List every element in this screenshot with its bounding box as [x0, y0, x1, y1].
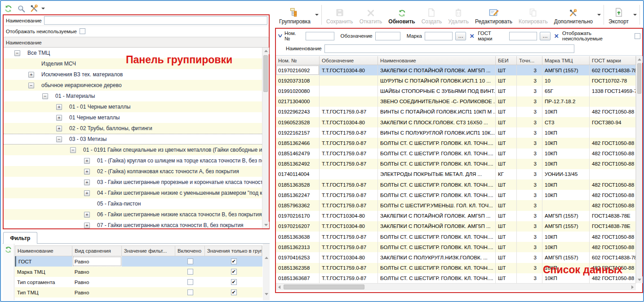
group-only-checkbox[interactable]: [231, 289, 237, 295]
scroll-right-arrow-icon[interactable]: [629, 284, 636, 290]
table-row[interactable]: 01960523528Т.Т.ГОСТ10304-80ЗАКЛЕПКИ С ПЛ…: [276, 117, 636, 127]
search-icon[interactable]: [17, 4, 25, 13]
dropdown-arrow-icon[interactable]: [314, 5, 320, 25]
tree-node[interactable]: −03 - 03 Метизы: [4, 134, 262, 144]
scroll-up-arrow-icon[interactable]: [636, 56, 643, 63]
refresh-icon[interactable]: [5, 246, 12, 253]
scroll-down-arrow-icon[interactable]: [636, 276, 643, 283]
tree-node[interactable]: −обычное иерархическое дерево: [4, 80, 262, 91]
tree-node[interactable]: +01 Черные металлы: [4, 112, 262, 123]
collapse-chevron-icon[interactable]: ˅: [278, 33, 283, 39]
group-only-checkbox[interactable]: [231, 258, 237, 264]
toolbar-button-дополнительно[interactable]: Дополнительно: [551, 3, 596, 26]
collapse-expander-icon[interactable]: −: [56, 136, 62, 142]
table-row[interactable]: 01851362313Т.Т.ГОСТ1759.0-87БОЛТЫ СТ. С …: [276, 242, 636, 252]
tools-icon[interactable]: [30, 4, 38, 13]
tree-column-header[interactable]: Наименование: [4, 37, 269, 48]
enabled-checkbox[interactable]: [187, 279, 193, 285]
gost-lookup-button[interactable]: …: [540, 32, 551, 40]
table-row[interactable]: 01851362466Т.Т.ГОСТ1759.0-87БОЛТЫ СТ. С …: [276, 138, 636, 148]
toolbar-button-создать[interactable]: Создать: [418, 3, 445, 26]
gost-filter-input[interactable]: [509, 32, 537, 40]
tree-node[interactable]: +02 - (Гайка) колпачковая класс точности…: [4, 166, 262, 177]
filter-row[interactable]: Марка ТМЦРавно: [15, 267, 262, 277]
expand-expander-icon[interactable]: +: [56, 115, 62, 121]
tree-node[interactable]: +06 - Гайки шестигранные низкие класса т…: [4, 209, 262, 220]
grid-show-unused-checkbox[interactable]: [635, 33, 640, 39]
collapse-expander-icon[interactable]: −: [28, 83, 34, 88]
table-row[interactable]: 01922162157Т.Т.ГОСТ1759.0-87ВИНТЫ С ПОЛУ…: [276, 127, 636, 138]
filter-comparison-cell[interactable]: Равно: [72, 267, 122, 277]
dropdown-arrow-icon[interactable]: [632, 5, 638, 25]
filter-column-header[interactable]: Включено: [175, 246, 205, 256]
filter-row[interactable]: Тип ТМЦРавно: [15, 287, 262, 298]
expand-expander-icon[interactable]: +: [84, 212, 90, 218]
table-row[interactable]: 01851363638Т.Т.ГОСТ1759.0-87БОЛТЫ СТ. С …: [276, 232, 636, 242]
enabled-checkbox[interactable]: [187, 269, 193, 275]
toolbar-button-удалить[interactable]: Удалить: [445, 3, 472, 26]
grid-column-header[interactable]: Обозначение: [320, 56, 378, 65]
expand-expander-icon[interactable]: +: [56, 126, 62, 131]
collapse-expander-icon[interactable]: −: [14, 50, 20, 56]
toolbar-button-обновить[interactable]: Обновить: [385, 3, 418, 26]
dropdown-arrow-icon[interactable]: [596, 5, 602, 25]
grid-column-header[interactable]: Ном. №: [276, 56, 320, 65]
mark-lookup-button[interactable]: …: [455, 32, 466, 40]
table-row[interactable]: 01970216170Т.Т.ГОСТ10304-80ЗАКЛЕПКИ С ПО…: [276, 211, 636, 221]
toolbar-button-сохранить[interactable]: Сохранить: [323, 3, 356, 26]
scroll-up-arrow-icon[interactable]: [263, 254, 270, 261]
expand-expander-icon[interactable]: +: [84, 169, 90, 175]
tree-node[interactable]: +01 - 01 Черные металлы: [4, 101, 262, 112]
filter-vertical-scrollbar[interactable]: [263, 244, 270, 300]
scroll-up-arrow-icon[interactable]: [262, 48, 269, 54]
gost-clear-icon[interactable]: ✕: [553, 33, 560, 39]
filter-row[interactable]: ГОСТРавно: [15, 256, 262, 267]
tree-vertical-scrollbar[interactable]: [262, 48, 269, 228]
grid-hscrollbar-thumb[interactable]: [284, 284, 364, 289]
group-only-checkbox[interactable]: [231, 279, 237, 285]
tree-node[interactable]: +04 - Гайки шестигранные низкие с уменьш…: [4, 188, 262, 198]
toolbar-button-экспорт[interactable]: Экспорт: [605, 3, 632, 26]
grid-vertical-scrollbar[interactable]: [636, 56, 642, 283]
table-row[interactable]: 01851462479Т.Т.ГОСТ1759.0-87БОЛТЫ СТ. С …: [276, 149, 636, 159]
expand-expander-icon[interactable]: +: [28, 72, 34, 78]
expand-expander-icon[interactable]: +: [84, 158, 90, 164]
toolbar-button-копировать[interactable]: Копировать: [515, 3, 551, 26]
table-row[interactable]: 01857963362Т.Т.ГОСТ1759.0-87БОЛТЫ С ШЕСТ…: [276, 200, 636, 210]
filter-comparison-cell[interactable]: Равно: [72, 256, 122, 267]
tree-name-filter-input[interactable]: [44, 16, 267, 25]
table-row[interactable]: 01920373108ШУРУПЫ С ПОТАЙНОЙ ГОЛОВК.ИСП.…: [276, 75, 636, 86]
table-row[interactable]: 01991020080ШАЙБЫ СТОПОРНЫЕ С ЗУБЬЯМИ ПОД…: [276, 86, 636, 96]
tree-node[interactable]: +01 - (Гайка) круглая со шлицем на торце…: [4, 155, 262, 166]
scroll-down-arrow-icon[interactable]: [263, 291, 270, 298]
tree-node[interactable]: +07 - Гайки шестигранные класса точности…: [4, 220, 262, 228]
filter-column-header[interactable]: Значение фильт...: [122, 246, 175, 256]
filter-comparison-cell[interactable]: Равно: [72, 277, 122, 287]
chevron-down-icon[interactable]: [41, 8, 45, 9]
table-row[interactable]: 01740114004ЭЛЕКТРОДЫ ПОКРЫТЫЕ МЕТАЛ. ДЛЯ…: [276, 169, 636, 179]
enabled-checkbox[interactable]: [187, 258, 193, 264]
grid-scrollbar-thumb[interactable]: [637, 63, 641, 94]
mark-clear-icon[interactable]: ✕: [469, 33, 475, 39]
tree-node[interactable]: +02 - 02 Трубы, баллоны, фитинги: [4, 123, 262, 134]
num-filter-input[interactable]: [306, 32, 334, 40]
scroll-down-arrow-icon[interactable]: [262, 222, 269, 228]
filter-comparison-cell[interactable]: Равно: [72, 287, 122, 298]
filter-column-header[interactable]: Наименование: [15, 246, 72, 256]
table-row[interactable]: 01970216092Т.Т.ГОСТ10304-80ЗАКЛЕПКИ С ПО…: [276, 65, 636, 75]
tree-node[interactable]: +03 - Гайки шестигранные прорезные и кор…: [4, 177, 262, 188]
refresh-icon[interactable]: [4, 4, 12, 13]
table-row[interactable]: 01851362247Т.Т.ГОСТ1759.0-87БОЛТЫ СТ. С …: [276, 190, 636, 200]
expand-expander-icon[interactable]: +: [56, 104, 62, 110]
table-row[interactable]: 02171304000ЗВЕНО СОЕДИНИТЕЛЬНОЕ -С- РОЛИ…: [276, 96, 636, 107]
collapse-expander-icon[interactable]: −: [70, 147, 76, 153]
grid-column-header[interactable]: БЕИ: [496, 56, 517, 65]
toolbar-button-редактировать[interactable]: Редактировать: [472, 3, 515, 26]
enabled-checkbox[interactable]: [187, 289, 193, 295]
group-only-checkbox[interactable]: [231, 269, 237, 275]
tree-node[interactable]: −01 - Материалы: [4, 91, 262, 101]
expand-expander-icon[interactable]: +: [84, 179, 90, 185]
toolbar-button-откатить[interactable]: Откатить: [356, 3, 386, 26]
designation-filter-input[interactable]: [375, 32, 400, 40]
filter-value-cell[interactable]: [122, 267, 176, 277]
